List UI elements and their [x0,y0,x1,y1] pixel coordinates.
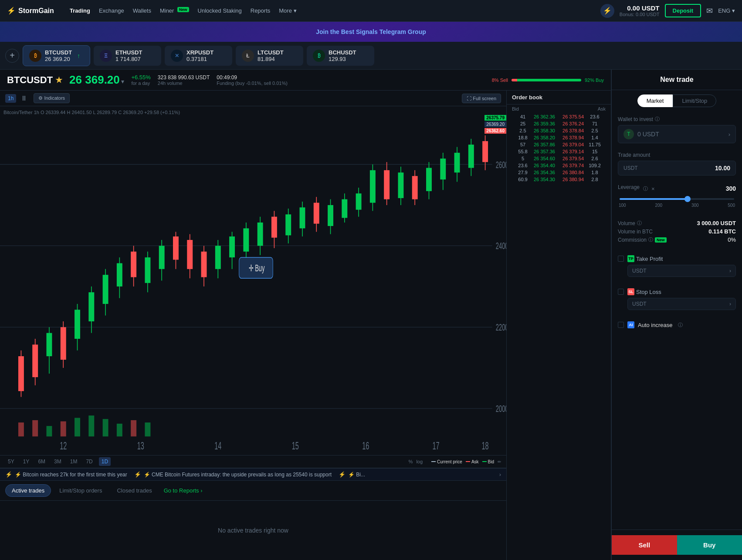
nav-staking[interactable]: Unlocked Staking [198,7,242,14]
svg-rect-21 [103,275,108,304]
leverage-label: Leverage [618,184,640,190]
fullscreen-button[interactable]: ⛶ Full screen [462,94,501,103]
trade-amount-section: Trade amount USDT 10.00 [612,148,742,180]
btc-icon: ₿ [29,50,41,62]
ob-row-8[interactable]: 23.6 26 354.40 26 379.74 109.2 [507,162,611,169]
ob-row-9[interactable]: 27.9 26 354.36 26 380.84 1.8 [507,169,611,176]
ticker-btcusdt[interactable]: ₿ BTCUSDT 26 369.20 ↑ [23,45,90,66]
ticker-bchusdt[interactable]: ₿ BCHUSDT 129.93 [307,46,374,66]
wallet-info-icon[interactable]: ⓘ [655,116,660,122]
svg-rect-9 [18,356,24,391]
add-ticker-button[interactable]: + [5,49,19,63]
stop-loss-input[interactable]: USDT › [627,298,736,310]
order-tab-market[interactable]: Market [637,94,673,107]
ticker-ethusdt[interactable]: Ξ ETHUSDT 1 714.807 [94,46,161,66]
wallet-usdt-icon: T [623,129,634,139]
take-profit-input[interactable]: USDT › [627,265,736,277]
stop-loss-section: SL Stop Loss USDT › [612,284,742,317]
sell-button[interactable]: Sell [612,535,677,555]
tab-closed-trades[interactable]: Closed trades [110,484,158,497]
leverage-slider-container [618,195,736,201]
ob-row-10[interactable]: 60.9 26 354.30 26 380.94 2.8 [507,176,611,183]
stop-loss-placeholder: USDT [632,301,647,307]
news-bolt-icon-1: ⚡ [5,471,12,478]
promo-banner[interactable]: Join the Best Signals Telegram Group [0,22,742,42]
chart-type-button[interactable]: ⏸ [20,94,27,102]
ob-row-2[interactable]: 25 26 359.36 26 376.24 71 [507,120,611,127]
tf-1h[interactable]: 1h [5,94,16,103]
mail-icon[interactable]: ✉ [706,6,713,16]
order-tab-limitstop[interactable]: Limit/Stop [673,94,716,107]
auto-increase-checkbox[interactable] [618,322,624,328]
tf-6m[interactable]: 6M [35,457,48,466]
tf-1m[interactable]: 1M [68,457,80,466]
tf-1d[interactable]: 1D [99,457,111,466]
tab-limit-stop[interactable]: Limit/Stop orders [53,484,108,497]
take-profit-icon: TP [627,255,634,262]
nav-exchange[interactable]: Exchange [99,7,124,14]
log-option[interactable]: log [416,459,423,464]
ob-row-1[interactable]: 41 26 362.36 26 375.54 23.6 [507,113,611,120]
news-next-arrow[interactable]: › [499,471,501,478]
ob-rows: 41 26 362.36 26 375.54 23.6 25 26 359.36… [507,113,611,560]
ob-row-5[interactable]: 57 26 357.86 26 379.04 11.75 [507,141,611,148]
stop-loss-checkbox[interactable] [618,289,624,295]
ob-size-right-1: 23.6 [584,114,606,119]
buy-bar [517,79,581,81]
news-text-2[interactable]: ⚡ CME Bitcoin Futures intraday: the upsi… [144,472,332,478]
volume-info-icon[interactable]: ⓘ [637,220,642,226]
ob-row-6[interactable]: 55.8 26 357.36 26 379.14 15 [507,148,611,155]
percent-option[interactable]: % [409,459,413,464]
commission-info-icon[interactable]: ⓘ [648,236,653,243]
deposit-button[interactable]: Deposit [665,4,701,17]
trade-amount-input[interactable]: USDT 10.00 [618,161,736,175]
svg-rect-59 [370,170,376,203]
indicators-button[interactable]: ⚙ Indicators [34,93,70,103]
auto-increase-info-icon[interactable]: ⓘ [678,322,683,328]
ticker-xrpusdt[interactable]: ✕ XRPUSDT 0.37181 [165,46,232,66]
svg-rect-25 [131,252,136,277]
draw-icon[interactable]: ✏ [498,459,501,464]
chart-canvas[interactable]: Bitcoin/Tether 1h O 26339.44 H 26401.50 … [0,106,506,455]
language-selector[interactable]: ENG ▾ [718,7,735,14]
svg-rect-13 [47,333,52,356]
wallet-value: 0 USDT [637,131,728,138]
tf-3m[interactable]: 3M [51,457,64,466]
price-mid-label: 26369.20 [485,121,506,127]
lightning-icon[interactable]: ⚡ [600,4,614,18]
price-change: +6.55% [131,74,150,81]
nav-miner[interactable]: Miner New [160,7,189,14]
nav-more[interactable]: More ▾ [279,7,296,14]
tf-7d[interactable]: 7D [83,457,95,466]
ob-column-headers: Bid Ask [507,105,611,113]
miner-badge: New [177,7,189,12]
nav-wallets[interactable]: Wallets [133,7,151,14]
take-profit-checkbox[interactable] [618,256,624,262]
wallet-selector[interactable]: T 0 USDT › [618,125,736,143]
nav-trading[interactable]: Trading [70,7,90,14]
ticker-ltcusdt[interactable]: Ł LTCUSDT 81.894 [236,46,303,66]
nav-reports[interactable]: Reports [251,7,271,14]
go-to-reports-link[interactable]: Go to Reports › [164,487,203,494]
tf-1y[interactable]: 1Y [20,457,32,466]
leverage-value: 300 [726,185,736,192]
news-text-3[interactable]: ⚡ Bi... [348,472,365,478]
ob-row-7[interactable]: 5 26 354.60 26 379.54 2.6 [507,155,611,162]
ob-row-3[interactable]: 2.5 26 358.30 26 378.84 2.5 [507,127,611,134]
bch-icon: ₿ [313,50,325,62]
svg-rect-92 [117,424,122,436]
ticker-price-eth: 1 714.807 [115,56,142,62]
news-ticker: ⚡ ⚡ Bitcoin reaches 27k for the first ti… [0,468,506,481]
leverage-slider[interactable] [620,198,734,200]
leverage-info-icon[interactable]: ⓘ [643,186,648,192]
tf-5y[interactable]: 5Y [5,457,17,466]
commission-new-badge: New [655,237,667,243]
favorite-star-icon[interactable]: ★ [55,75,62,85]
ob-row-4[interactable]: 18.8 26 358.20 26 378.94 1.4 [507,134,611,141]
news-text-1[interactable]: ⚡ Bitcoin reaches 27k for the first time… [15,472,127,478]
tab-active-trades[interactable]: Active trades [5,484,51,497]
buy-sell-bar: 8% Sell 92% Buy [492,78,604,83]
buy-button[interactable]: Buy [677,535,742,555]
chart-legend: Current price Ask Bid ✏ [431,459,501,464]
svg-rect-69 [440,159,446,179]
